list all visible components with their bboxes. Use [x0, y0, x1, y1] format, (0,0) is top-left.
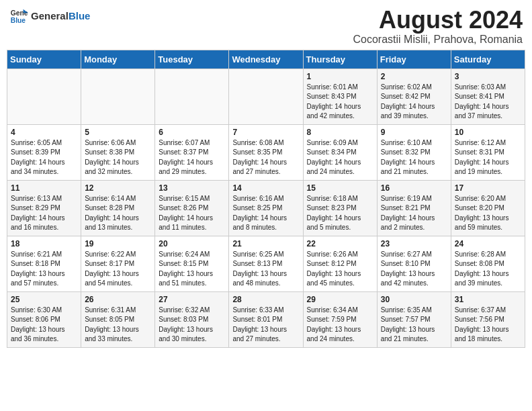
title-block: August 2024 Cocorastii Mislii, Prahova, …	[353, 7, 523, 46]
day-info: Sunrise: 6:35 AM Sunset: 7:57 PM Dayligh…	[381, 306, 447, 345]
day-info: Sunrise: 6:16 AM Sunset: 8:25 PM Dayligh…	[232, 194, 299, 233]
day-cell: 5Sunrise: 6:06 AM Sunset: 8:38 PM Daylig…	[81, 124, 155, 180]
day-cell: 19Sunrise: 6:22 AM Sunset: 8:17 PM Dayli…	[81, 236, 155, 291]
day-cell	[7, 68, 81, 124]
day-info: Sunrise: 6:06 AM Sunset: 8:38 PM Dayligh…	[85, 138, 151, 177]
day-cell: 8Sunrise: 6:09 AM Sunset: 8:34 PM Daylig…	[303, 124, 377, 180]
day-number: 23	[381, 239, 447, 248]
day-info: Sunrise: 6:21 AM Sunset: 8:18 PM Dayligh…	[11, 250, 77, 289]
day-number: 20	[159, 239, 225, 248]
calendar-title: August 2024	[353, 7, 523, 34]
logo-general: General	[31, 10, 69, 21]
day-info: Sunrise: 6:02 AM Sunset: 8:42 PM Dayligh…	[381, 83, 447, 122]
day-cell: 16Sunrise: 6:19 AM Sunset: 8:21 PM Dayli…	[377, 180, 451, 236]
day-cell: 10Sunrise: 6:12 AM Sunset: 8:31 PM Dayli…	[451, 124, 525, 180]
day-number: 7	[232, 128, 299, 137]
day-number: 29	[307, 295, 373, 304]
day-number: 4	[11, 128, 77, 137]
day-info: Sunrise: 6:26 AM Sunset: 8:12 PM Dayligh…	[307, 250, 373, 289]
day-info: Sunrise: 6:05 AM Sunset: 8:39 PM Dayligh…	[11, 138, 77, 177]
day-info: Sunrise: 6:22 AM Sunset: 8:17 PM Dayligh…	[85, 250, 151, 289]
day-number: 24	[455, 239, 521, 248]
day-cell: 7Sunrise: 6:08 AM Sunset: 8:35 PM Daylig…	[229, 124, 303, 180]
day-number: 10	[455, 128, 521, 137]
day-cell: 4Sunrise: 6:05 AM Sunset: 8:39 PM Daylig…	[7, 124, 81, 180]
day-cell: 11Sunrise: 6:13 AM Sunset: 8:29 PM Dayli…	[7, 180, 81, 236]
day-info: Sunrise: 6:03 AM Sunset: 8:41 PM Dayligh…	[455, 83, 521, 122]
day-cell: 1Sunrise: 6:01 AM Sunset: 8:43 PM Daylig…	[303, 68, 377, 124]
day-cell: 22Sunrise: 6:26 AM Sunset: 8:12 PM Dayli…	[303, 236, 377, 291]
week-row-4: 18Sunrise: 6:21 AM Sunset: 8:18 PM Dayli…	[7, 236, 525, 291]
day-number: 28	[232, 295, 299, 304]
day-info: Sunrise: 6:07 AM Sunset: 8:37 PM Dayligh…	[159, 138, 225, 177]
day-number: 25	[11, 295, 77, 304]
day-number: 26	[85, 295, 151, 304]
svg-text:General: General	[11, 9, 28, 17]
day-info: Sunrise: 6:18 AM Sunset: 8:23 PM Dayligh…	[307, 194, 373, 233]
day-cell: 2Sunrise: 6:02 AM Sunset: 8:42 PM Daylig…	[377, 68, 451, 124]
week-row-2: 4Sunrise: 6:05 AM Sunset: 8:39 PM Daylig…	[7, 124, 525, 180]
weekday-header-tuesday: Tuesday	[155, 50, 229, 68]
day-info: Sunrise: 6:37 AM Sunset: 7:56 PM Dayligh…	[455, 306, 521, 345]
day-cell: 14Sunrise: 6:16 AM Sunset: 8:25 PM Dayli…	[229, 180, 303, 236]
day-number: 14	[232, 183, 299, 193]
day-number: 18	[11, 239, 77, 248]
day-cell: 24Sunrise: 6:28 AM Sunset: 8:08 PM Dayli…	[451, 236, 525, 291]
day-cell: 6Sunrise: 6:07 AM Sunset: 8:37 PM Daylig…	[155, 124, 229, 180]
weekday-header-thursday: Thursday	[303, 50, 377, 68]
day-cell: 15Sunrise: 6:18 AM Sunset: 8:23 PM Dayli…	[303, 180, 377, 236]
day-cell: 23Sunrise: 6:27 AM Sunset: 8:10 PM Dayli…	[377, 236, 451, 291]
logo-blue: Blue	[69, 10, 91, 21]
day-cell: 18Sunrise: 6:21 AM Sunset: 8:18 PM Dayli…	[7, 236, 81, 291]
day-info: Sunrise: 6:12 AM Sunset: 8:31 PM Dayligh…	[455, 138, 521, 177]
weekday-header-monday: Monday	[81, 50, 155, 68]
day-info: Sunrise: 6:25 AM Sunset: 8:13 PM Dayligh…	[232, 250, 299, 289]
day-cell: 12Sunrise: 6:14 AM Sunset: 8:28 PM Dayli…	[81, 180, 155, 236]
week-row-1: 1Sunrise: 6:01 AM Sunset: 8:43 PM Daylig…	[7, 68, 525, 124]
day-info: Sunrise: 6:10 AM Sunset: 8:32 PM Dayligh…	[381, 138, 447, 177]
day-info: Sunrise: 6:14 AM Sunset: 8:28 PM Dayligh…	[85, 194, 151, 233]
day-number: 27	[159, 295, 225, 304]
day-cell: 21Sunrise: 6:25 AM Sunset: 8:13 PM Dayli…	[229, 236, 303, 291]
day-info: Sunrise: 6:19 AM Sunset: 8:21 PM Dayligh…	[381, 194, 447, 233]
weekday-header-row: SundayMondayTuesdayWednesdayThursdayFrid…	[7, 50, 525, 68]
logo-icon: General Blue	[9, 7, 28, 26]
week-row-5: 25Sunrise: 6:30 AM Sunset: 8:06 PM Dayli…	[7, 291, 525, 347]
calendar-subtitle: Cocorastii Mislii, Prahova, Romania	[353, 34, 523, 46]
day-cell: 9Sunrise: 6:10 AM Sunset: 8:32 PM Daylig…	[377, 124, 451, 180]
day-number: 1	[307, 72, 373, 81]
day-number: 16	[381, 183, 447, 193]
day-number: 9	[381, 128, 447, 137]
day-info: Sunrise: 6:34 AM Sunset: 7:59 PM Dayligh…	[307, 306, 373, 345]
day-number: 19	[85, 239, 151, 248]
day-cell: 3Sunrise: 6:03 AM Sunset: 8:41 PM Daylig…	[451, 68, 525, 124]
day-cell	[155, 68, 229, 124]
logo: General Blue GeneralBlue	[9, 7, 90, 26]
weekday-header-wednesday: Wednesday	[229, 50, 303, 68]
page-header: General Blue GeneralBlue August 2024 Coc…	[7, 7, 525, 46]
day-info: Sunrise: 6:08 AM Sunset: 8:35 PM Dayligh…	[232, 138, 299, 177]
day-number: 31	[455, 295, 521, 304]
day-cell: 30Sunrise: 6:35 AM Sunset: 7:57 PM Dayli…	[377, 291, 451, 347]
day-cell: 17Sunrise: 6:20 AM Sunset: 8:20 PM Dayli…	[451, 180, 525, 236]
day-info: Sunrise: 6:28 AM Sunset: 8:08 PM Dayligh…	[455, 250, 521, 289]
day-number: 3	[455, 72, 521, 81]
week-row-3: 11Sunrise: 6:13 AM Sunset: 8:29 PM Dayli…	[7, 180, 525, 236]
day-number: 21	[232, 239, 299, 248]
day-info: Sunrise: 6:33 AM Sunset: 8:01 PM Dayligh…	[232, 306, 299, 345]
day-cell	[229, 68, 303, 124]
day-number: 2	[381, 72, 447, 81]
calendar-table: SundayMondayTuesdayWednesdayThursdayFrid…	[7, 50, 525, 348]
day-number: 12	[85, 183, 151, 193]
day-number: 6	[159, 128, 225, 137]
weekday-header-sunday: Sunday	[7, 50, 81, 68]
day-cell: 26Sunrise: 6:31 AM Sunset: 8:05 PM Dayli…	[81, 291, 155, 347]
day-info: Sunrise: 6:30 AM Sunset: 8:06 PM Dayligh…	[11, 306, 77, 345]
day-number: 13	[159, 183, 225, 193]
day-info: Sunrise: 6:32 AM Sunset: 8:03 PM Dayligh…	[159, 306, 225, 345]
day-number: 11	[11, 183, 77, 193]
day-cell: 13Sunrise: 6:15 AM Sunset: 8:26 PM Dayli…	[155, 180, 229, 236]
day-info: Sunrise: 6:31 AM Sunset: 8:05 PM Dayligh…	[85, 306, 151, 345]
day-number: 30	[381, 295, 447, 304]
day-cell: 27Sunrise: 6:32 AM Sunset: 8:03 PM Dayli…	[155, 291, 229, 347]
